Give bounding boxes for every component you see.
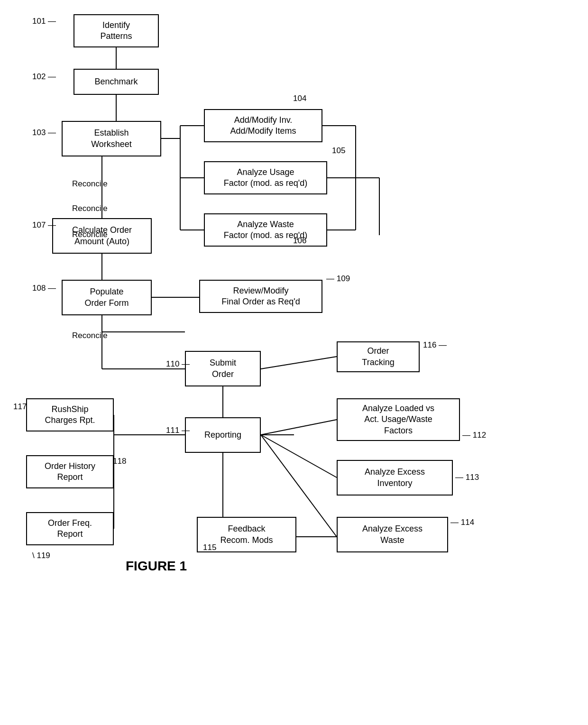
add-modify-inv-box: Add/Modify Inv. Add/Modify Items (204, 109, 322, 142)
analyze-excess-waste-box: Analyze Excess Waste (337, 517, 448, 552)
label-109: — 109 (326, 274, 350, 284)
svg-line-19 (261, 357, 337, 369)
analyze-loaded-vs-act-box: Analyze Loaded vs Act. Usage/Waste Facto… (337, 398, 460, 441)
label-105: 105 (332, 146, 345, 156)
label-119: \ 119 (32, 551, 50, 560)
label-117: 117 (13, 402, 27, 412)
label-116: 116 — (423, 340, 447, 350)
label-103: 103 — (32, 128, 56, 138)
label-112: — 112 (462, 431, 486, 440)
label-110: 110 — (166, 359, 190, 369)
label-104: 104 (293, 94, 306, 103)
populate-order-form-box: Populate Order Form (62, 280, 152, 315)
benchmark-box: Benchmark (74, 69, 159, 95)
submit-order-box: Submit Order (185, 351, 261, 386)
analyze-excess-inventory-box: Analyze Excess Inventory (337, 460, 453, 496)
label-118: 118 (113, 457, 126, 466)
reconcile-label-3: Reconcile (72, 230, 108, 239)
reconcile-label-4: Reconcile (72, 331, 108, 340)
reconcile-label-1: Reconcile (72, 179, 108, 189)
establish-worksheet-box: Establish Worksheet (62, 121, 161, 156)
order-tracking-box: Order Tracking (337, 341, 420, 372)
reconcile-label-2: Reconcile (72, 204, 108, 213)
figure-title: FIGURE 1 (126, 559, 187, 574)
label-111: 111 — (166, 426, 190, 435)
label-101: 101 — (32, 17, 56, 26)
label-106: 106 (293, 236, 306, 246)
identify-patterns-box: Identify Patterns (74, 14, 159, 47)
analyze-waste-factor-box: Analyze Waste Factor (mod. as req'd) (204, 213, 327, 247)
svg-line-16 (261, 435, 337, 477)
order-history-report-box: Order History Report (26, 455, 114, 488)
label-107: 107 — (32, 220, 56, 230)
diagram-container: Identify Patterns Benchmark Establish Wo… (0, 0, 588, 725)
label-115: 115 (203, 543, 216, 552)
order-freq-report-box: Order Freq. Report (26, 512, 114, 545)
analyze-usage-factor-box: Analyze Usage Factor (mod. as req'd) (204, 161, 327, 194)
review-modify-final-order-box: Review/Modify Final Order as Req'd (199, 280, 322, 313)
label-102: 102 — (32, 72, 56, 82)
label-114: — 114 (450, 518, 474, 527)
label-113: — 113 (455, 473, 479, 482)
rush-ship-charges-rpt-box: RushShip Charges Rpt. (26, 398, 114, 431)
svg-line-15 (261, 420, 337, 435)
reporting-box: Reporting (185, 417, 261, 453)
label-108: 108 — (32, 284, 56, 293)
